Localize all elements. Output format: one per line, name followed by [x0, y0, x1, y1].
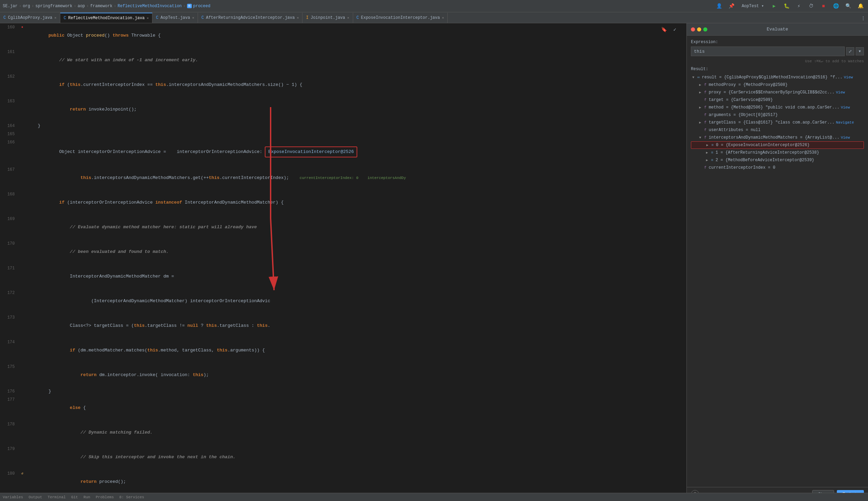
tree-arrow-result[interactable]: ▼: [691, 76, 696, 79]
line-content-175: return dm.interceptor.invoke( invocation…: [26, 363, 687, 387]
bottom-item-run[interactable]: Run: [84, 495, 91, 499]
traffic-light-yellow[interactable]: [697, 28, 701, 31]
tab-joinpoint-label: Joinpoint.java: [311, 15, 345, 20]
tree-item-interceptors-1[interactable]: ▶ ≡ 1 = {AfterReturningAdviceInterceptor…: [691, 149, 864, 157]
bookmark-icon[interactable]: 🔖: [659, 25, 669, 34]
tab-aoptest-label: AopTest.java: [161, 15, 190, 20]
view-link-proxy[interactable]: View: [836, 90, 845, 94]
notification-btn[interactable]: 🔔: [856, 1, 865, 11]
expand-btn[interactable]: ⤢: [846, 47, 854, 55]
bottom-item-problems[interactable]: Problems: [96, 495, 114, 499]
tab-afterreturning[interactable]: C AfterReturningAdviceInterceptor.java ✕: [198, 13, 302, 23]
tree-arrow-method[interactable]: ▶: [698, 105, 702, 109]
tree-item-interceptors-2[interactable]: ▶ ≡ 2 = {MethodBeforeAdviceInterceptor@2…: [691, 157, 864, 164]
tab-afterreturning-icon: C: [201, 15, 204, 20]
more-tabs-btn[interactable]: ⋮: [858, 13, 868, 23]
tab-aoptest-close[interactable]: ✕: [192, 16, 194, 20]
tree-arrow-interceptors[interactable]: ▼: [698, 136, 702, 140]
eval-input-row: ⤢ ▼: [691, 46, 864, 56]
view-link-interceptors[interactable]: View: [841, 136, 850, 140]
tree-icon-currentindex: f: [702, 166, 708, 170]
bottom-item-variables[interactable]: Variables: [3, 495, 23, 499]
tab-joinpoint[interactable]: I Joinpoint.java ✕: [302, 13, 353, 23]
coverage-btn[interactable]: ⚡: [794, 1, 804, 11]
tab-afterreturning-label: AfterReturningAdviceInterceptor.java: [206, 15, 295, 20]
tree-arrow-arguments: ▶: [698, 113, 702, 117]
line-content-168: if (interceptorOrInterceptionAdvice inst…: [26, 190, 687, 215]
code-line-169: 169 // Evaluate dynamic method matcher h…: [0, 215, 687, 239]
pin-btn[interactable]: 📌: [726, 1, 736, 11]
line-num-175: 175: [0, 363, 19, 371]
tree-icon-interceptors: f: [702, 136, 708, 140]
line-content-172: (InterceptorAndDynamicMethodMatcher) int…: [26, 289, 687, 313]
tab-cglib-close[interactable]: ✕: [54, 16, 56, 20]
bottom-item-output[interactable]: Output: [29, 495, 42, 499]
traffic-lights: [691, 28, 707, 31]
evaluate-panel: Evaluate Expression: ⤢ ▼ Use ⇧⌘K↵ to add…: [687, 23, 868, 501]
line-num-171: 171: [0, 264, 19, 273]
checkmark-icon[interactable]: ✓: [670, 25, 680, 34]
tab-exposeinvocation-close[interactable]: ✕: [442, 16, 444, 20]
traffic-light-green[interactable]: [703, 28, 707, 31]
run-btn[interactable]: ▶: [769, 1, 779, 11]
tree-item-target[interactable]: ▶ f target = {CarService@2509}: [691, 96, 864, 104]
tab-reflective[interactable]: C ReflectiveMethodInvocation.java ✕: [60, 13, 153, 23]
tree-arrow-targetclass[interactable]: ▶: [698, 120, 702, 125]
bottom-item-terminal[interactable]: Terminal: [48, 495, 66, 499]
tree-item-targetclass[interactable]: ▶ f targetClass = {Class@1617} "class co…: [691, 119, 864, 126]
code-line-177: 177 else {: [0, 396, 687, 420]
tab-afterreturning-close[interactable]: ✕: [297, 16, 299, 20]
tree-item-userattributes[interactable]: ▶ f userAttributes = null: [691, 126, 864, 134]
tree-item-interceptors-0[interactable]: ▶ ≡ 0 = {ExposeInvocationInterceptor@252…: [691, 141, 864, 149]
code-line-165: 165: [0, 130, 687, 138]
bottom-item-git[interactable]: Git: [71, 495, 78, 499]
line-num-173: 173: [0, 313, 19, 322]
tree-item-proxy[interactable]: ▶ f proxy = {CarService$$EnhancerBySprin…: [691, 89, 864, 96]
config-dropdown[interactable]: AopTest ▾: [739, 3, 767, 9]
tree-icon-targetclass: f: [702, 120, 708, 125]
tree-arrow-interceptors-2[interactable]: ▶: [704, 158, 709, 162]
dropdown-btn[interactable]: ▼: [856, 47, 864, 55]
view-link-method[interactable]: View: [841, 105, 850, 109]
translate-btn[interactable]: 🌐: [831, 1, 840, 11]
profile-run-btn[interactable]: ⏱: [806, 1, 816, 11]
eval-title-bar: Evaluate: [687, 23, 868, 35]
traffic-light-red[interactable]: [691, 28, 695, 31]
tree-arrow-methodproxy[interactable]: ▶: [698, 83, 702, 87]
tree-item-arguments[interactable]: ▶ f arguments = {Object[0]@2517}: [691, 111, 864, 119]
tab-exposeinvocation[interactable]: C ExposeInvocationInterceptor.java ✕: [353, 13, 448, 23]
tree-arrow-proxy[interactable]: ▶: [698, 90, 702, 94]
tree-item-result[interactable]: ▼ ∞ result = {CglibAopProxy$CglibMethodI…: [691, 74, 864, 81]
line-content-170: // been evaluated and found to match.: [26, 239, 687, 264]
line-num-164: 164: [0, 122, 19, 130]
tab-cglib[interactable]: C CglibAopProxy.java ✕: [0, 13, 60, 23]
tab-aoptest-icon: C: [156, 15, 158, 20]
line-content-169: // Evaluate dynamic method matcher here:…: [26, 215, 687, 239]
tree-arrow-interceptors-0[interactable]: ▶: [705, 143, 710, 147]
tree-item-method[interactable]: ▶ f method = {Method@2506} "public void …: [691, 104, 864, 111]
tab-reflective-icon: C: [64, 16, 66, 21]
code-line-164: 164 }: [0, 122, 687, 130]
tab-reflective-close[interactable]: ✕: [147, 16, 149, 20]
debug-btn[interactable]: 🐛: [782, 1, 791, 11]
tree-icon-proxy: f: [702, 90, 708, 94]
search-btn[interactable]: 🔍: [843, 1, 853, 11]
bottom-item-services[interactable]: 8: Services: [119, 495, 144, 499]
tab-aoptest[interactable]: C AopTest.java ✕: [153, 13, 198, 23]
view-link-result[interactable]: View: [844, 75, 853, 79]
line-content-171: InterceptorAndDynamicMethodMatcher dm =: [26, 264, 687, 289]
tab-joinpoint-close[interactable]: ✕: [347, 16, 349, 20]
expression-input[interactable]: [691, 46, 845, 56]
line-num-169: 169: [0, 215, 19, 223]
stop-btn[interactable]: ■: [819, 1, 828, 11]
tree-item-currentindex[interactable]: ▶ f currentInterceptorIndex = 0: [691, 164, 864, 171]
code-line-172: 172 (InterceptorAndDynamicMethodMatcher)…: [0, 289, 687, 313]
code-line-174: 174 if (dm.methodMatcher.matches(this.me…: [0, 338, 687, 363]
watches-hint: Use ⇧⌘K↵ to add to Watches: [691, 59, 864, 63]
line-num-177: 177: [0, 396, 19, 404]
profile-btn[interactable]: 👤: [714, 1, 724, 11]
tree-item-methodproxy[interactable]: ▶ f methodProxy = {MethodProxy@2508}: [691, 81, 864, 89]
tree-arrow-interceptors-1[interactable]: ▶: [704, 151, 709, 155]
tree-item-interceptors[interactable]: ▼ f interceptorsAndDynamicMethodMatchers…: [691, 134, 864, 141]
view-link-targetclass[interactable]: Navigate: [836, 120, 854, 125]
